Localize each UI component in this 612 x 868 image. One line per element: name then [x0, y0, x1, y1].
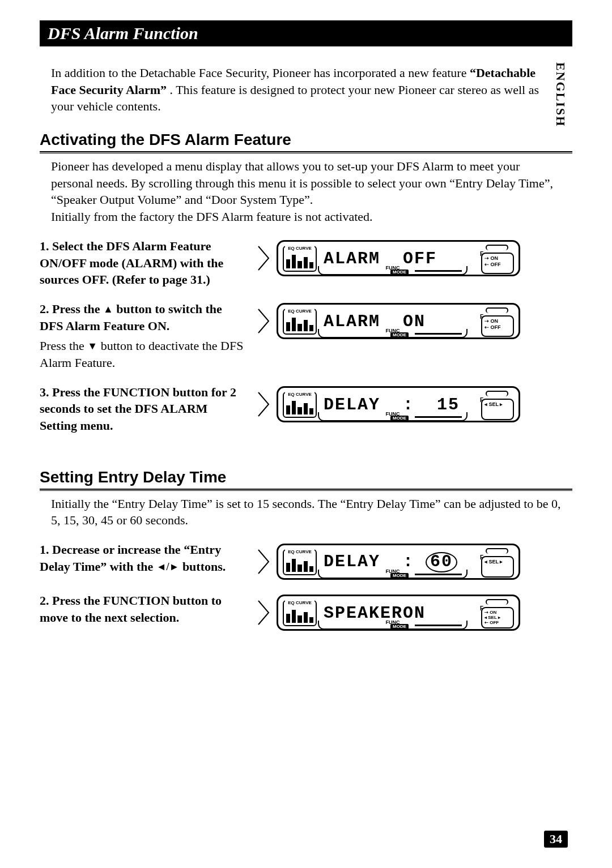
- s1-step1-bold: Select the DFS Alarm Feature ON/OFF mode…: [40, 239, 223, 287]
- s1-step2-sub-pre: Press the: [40, 339, 87, 353]
- on-label: ON: [484, 255, 498, 261]
- eq-label: EQ CURVE: [285, 246, 314, 251]
- down-triangle-icon: ▼: [87, 340, 97, 352]
- eq-curve-icon: EQ CURVE: [283, 392, 317, 418]
- lcd-delay-15: EQ CURVE DELAY : 15 FUNC MODE F SEL: [277, 386, 520, 422]
- pointer-icon: [256, 244, 271, 272]
- intro-line1: In addition to the Detachable Face Secur…: [51, 66, 470, 80]
- lcd-foot: FUNC MODE: [318, 570, 468, 579]
- s2-step2-bold: Press the FUNCTION button to move to the…: [40, 593, 222, 625]
- s2-step1-figure: EQ CURVE DELAY : 60 FUNC MODE F SEL: [256, 541, 520, 580]
- section1-body: Pioneer has developed a menu display tha…: [51, 158, 561, 225]
- page-title: DFS Alarm Function: [48, 24, 198, 42]
- s1-step2-num: 2.: [40, 302, 49, 316]
- indicator-sel-onoff: F ON SEL OFF: [481, 598, 514, 628]
- s1-step1: 1. Select the DFS Alarm Feature ON/OFF m…: [40, 238, 572, 288]
- s1-step3-bold: Press the FUNCTION button for 2 seconds …: [40, 385, 236, 433]
- lcd-foot: FUNC MODE: [318, 412, 468, 421]
- s1-step1-figure: EQ CURVE ALARM OFF FUNC MODE F ON: [256, 238, 520, 276]
- section2-heading: Setting Entry Delay Time: [40, 468, 572, 490]
- mode-label: MODE: [390, 270, 409, 275]
- lcd-alarm-on: EQ CURVE ALARM ON FUNC MODE F ON: [277, 303, 520, 339]
- eq-curve-icon: EQ CURVE: [283, 309, 317, 335]
- page-title-bar: DFS Alarm Function: [40, 20, 572, 46]
- s2-step2-text: 2. Press the FUNCTION button to move to …: [40, 592, 244, 626]
- eq-curve-icon: EQ CURVE: [283, 600, 317, 626]
- eq-curve-icon: EQ CURVE: [283, 246, 317, 272]
- language-tab: ENGLISH: [553, 62, 568, 127]
- s1-step3-num: 3.: [40, 385, 49, 399]
- left-right-triangle-icon: ◄/►: [156, 561, 180, 572]
- lcd-value: 15: [437, 395, 460, 414]
- s1-step2-bold-pre: Press the: [52, 302, 103, 316]
- lcd-foot: FUNC MODE: [318, 266, 468, 275]
- off-label: OFF: [484, 262, 501, 267]
- s1-step1-text: 1. Select the DFS Alarm Feature ON/OFF m…: [40, 238, 244, 288]
- lcd-delay-60: EQ CURVE DELAY : 60 FUNC MODE F SEL: [277, 544, 520, 580]
- s1-step1-num: 1.: [40, 239, 49, 253]
- manual-page: DFS Alarm Function ENGLISH In addition t…: [0, 0, 612, 868]
- pointer-icon: [256, 390, 271, 418]
- s2-step2-figure: EQ CURVE SPEAKERON FUNC MODE F ON: [256, 592, 520, 631]
- lcd-speakeron: EQ CURVE SPEAKERON FUNC MODE F ON: [277, 595, 520, 631]
- up-triangle-icon: ▲: [103, 303, 113, 315]
- section1-heading: Activating the DFS Alarm Feature: [40, 131, 572, 152]
- eq-curve-icon: EQ CURVE: [283, 549, 317, 575]
- pointer-icon: [256, 307, 271, 335]
- section2-body: Initially the “Entry Delay Time” is set …: [51, 495, 561, 529]
- section2-steps: 1. Decrease or increase the “Entry Delay…: [40, 541, 572, 631]
- s2-step2-num: 2.: [40, 593, 49, 608]
- s1-step2: 2. Press the ▲ button to switch the DFS …: [40, 301, 572, 371]
- indicator-sel: F SEL: [481, 547, 514, 578]
- pointer-icon: [256, 598, 271, 627]
- s2-step1-text: 1. Decrease or increase the “Entry Delay…: [40, 541, 244, 575]
- s1-step3: 3. Press the FUNCTION button for 2 secon…: [40, 384, 572, 434]
- lcd-foot: FUNC MODE: [318, 621, 468, 630]
- lcd-alarm-off: EQ CURVE ALARM OFF FUNC MODE F ON: [277, 240, 520, 276]
- lcd-foot: FUNC MODE: [318, 329, 468, 338]
- s2-step2: 2. Press the FUNCTION button to move to …: [40, 592, 572, 631]
- indicator-onoff: F ON OFF: [481, 243, 514, 274]
- sel-label: SEL: [484, 401, 503, 407]
- page-number: 34: [544, 831, 568, 848]
- s1-step2-figure: EQ CURVE ALARM ON FUNC MODE F ON: [256, 301, 520, 339]
- intro-paragraph: In addition to the Detachable Face Secur…: [51, 65, 561, 115]
- s2-step1-num: 1.: [40, 542, 49, 557]
- s2-step1: 1. Decrease or increase the “Entry Delay…: [40, 541, 572, 580]
- s2-step1-bold-post: buttons.: [179, 559, 226, 574]
- s1-step3-figure: EQ CURVE DELAY : 15 FUNC MODE F SEL: [256, 384, 520, 422]
- section1-steps: 1. Select the DFS Alarm Feature ON/OFF m…: [40, 238, 572, 434]
- s1-step2-text: 2. Press the ▲ button to switch the DFS …: [40, 301, 244, 371]
- indicator-onoff: F ON OFF: [481, 306, 514, 337]
- indicator-sel: F SEL: [481, 390, 514, 420]
- pointer-icon: [256, 548, 271, 576]
- s1-step3-text: 3. Press the FUNCTION button for 2 secon…: [40, 384, 244, 434]
